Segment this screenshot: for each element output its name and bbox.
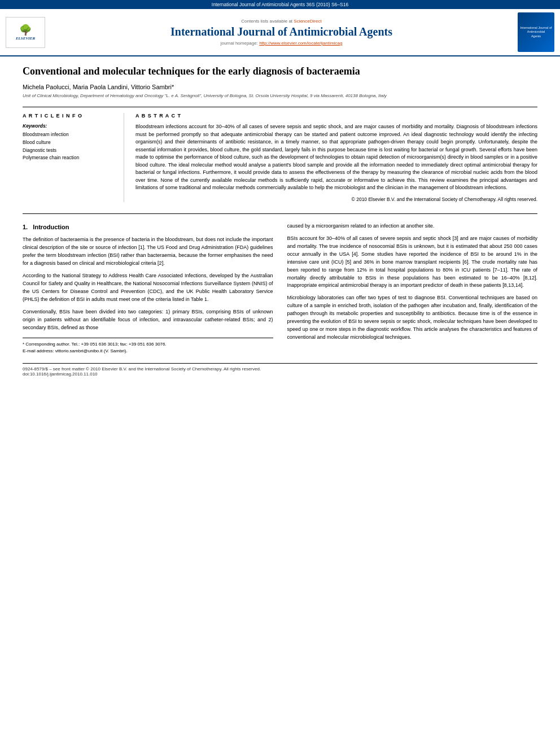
article-content: Conventional and molecular techniques fo… — [0, 56, 560, 385]
homepage-link[interactable]: http://www.elsevier.com/locate/ijantimic… — [259, 41, 342, 46]
right-para-3: Microbiology laboratories can offer two … — [287, 294, 538, 342]
elsevier-logo: 🌳 ELSEVIER — [6, 17, 45, 48]
keyword-4: Polymerase chain reaction — [23, 154, 115, 162]
keyword-1: Bloodstream infection — [23, 131, 115, 139]
journal-center: Contents lists available at ScienceDirec… — [45, 19, 518, 46]
copyright-line: © 2010 Elsevier B.V. and the Internation… — [135, 196, 537, 202]
keyword-2: Blood culture — [23, 139, 115, 147]
article-meta: A R T I C L E I N F O Keywords: Bloodstr… — [23, 107, 537, 202]
abstract-text: Bloodstream infections account for 30–40… — [135, 123, 537, 192]
body-columns: 1. Introduction The definition of bacter… — [23, 222, 537, 355]
right-para-2: BSIs account for 30–40% of all cases of … — [287, 235, 538, 290]
contents-line: Contents lists available at ScienceDirec… — [51, 19, 512, 24]
body-left-col: 1. Introduction The definition of bacter… — [23, 222, 273, 355]
article-info-heading: A R T I C L E I N F O — [23, 113, 115, 119]
keyword-3: Diagnostic tests — [23, 147, 115, 155]
right-para-1: caused by a microorganism related to an … — [287, 222, 538, 230]
footnote-section: * Corresponding author. Tel.: +39 051 63… — [23, 338, 273, 355]
intro-para-2: According to the National Strategy to Ad… — [23, 272, 273, 304]
body-right-col: caused by a microorganism related to an … — [287, 222, 538, 355]
journal-header: 🌳 ELSEVIER Contents lists available at S… — [0, 9, 560, 56]
footer-bar: 0924-8579/$ – see front matter © 2010 El… — [23, 363, 537, 377]
article-title: Conventional and molecular techniques fo… — [23, 65, 537, 78]
affiliation: Unit of Clinical Microbiology, Departmen… — [23, 93, 537, 98]
footnote-email: E-mail address: vittorio.sambri@unibo.it… — [23, 348, 273, 355]
journal-icon-label: International Journal ofAntimicrobialAge… — [520, 26, 552, 38]
journal-homepage: journal homepage: http://www.elsevier.co… — [51, 41, 512, 46]
journal-citation: International Journal of Antimicrobial A… — [212, 2, 348, 7]
elsevier-name: ELSEVIER — [16, 36, 35, 41]
intro-para-1: The definition of bacteraemia is the pre… — [23, 236, 273, 268]
abstract-section: A B S T R A C T Bloodstream infections a… — [135, 113, 537, 202]
elsevier-tree-icon: 🌳 — [19, 24, 32, 36]
footer-doi: doi:10.1016/j.ijantimicag.2010.11.010 — [23, 372, 537, 377]
intro-para-3: Conventionally, BSIs have been divided i… — [23, 308, 273, 332]
sciencedirect-link[interactable]: ScienceDirect — [294, 19, 321, 24]
journal-icon: International Journal ofAntimicrobialAge… — [518, 12, 554, 52]
abstract-heading: A B S T R A C T — [135, 113, 537, 119]
authors: Michela Paolucci, Maria Paola Landini, V… — [23, 84, 537, 90]
article-info: A R T I C L E I N F O Keywords: Bloodstr… — [23, 113, 124, 202]
separator — [23, 213, 537, 214]
keywords-list: Bloodstream infection Blood culture Diag… — [23, 131, 115, 161]
footnote-corresponding: * Corresponding author. Tel.: +39 051 63… — [23, 341, 273, 348]
section-1-title: 1. Introduction — [23, 222, 273, 232]
journal-title: International Journal of Antimicrobial A… — [51, 25, 512, 38]
top-bar: International Journal of Antimicrobial A… — [0, 0, 560, 9]
footer-issn: 0924-8579/$ – see front matter © 2010 El… — [23, 366, 537, 372]
keywords-label: Keywords: — [23, 123, 115, 129]
